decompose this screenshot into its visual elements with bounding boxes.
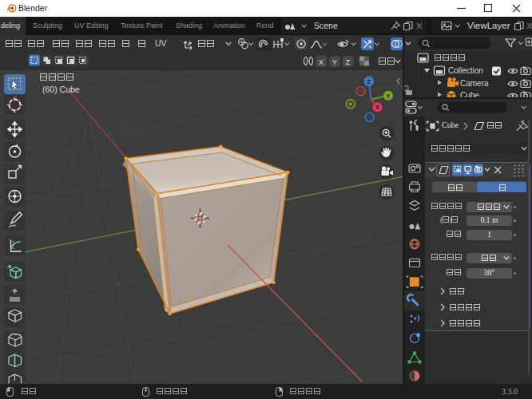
svg-text:Y: Y bbox=[332, 57, 338, 66]
svg-text:Z: Z bbox=[345, 57, 350, 66]
svg-text:X: X bbox=[375, 104, 379, 111]
svg-text:X: X bbox=[319, 57, 324, 66]
svg-text:Y: Y bbox=[386, 93, 390, 100]
svg-text:Z: Z bbox=[367, 78, 371, 85]
